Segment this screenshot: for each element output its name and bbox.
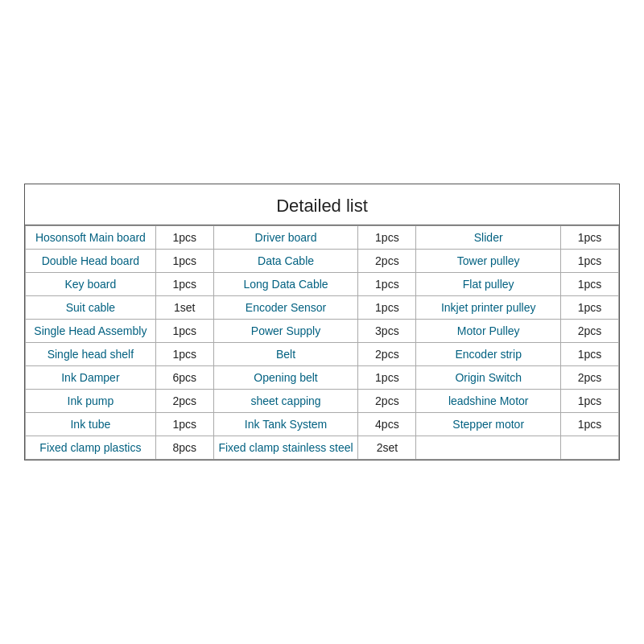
row-qty-1-8: 1pcs — [155, 413, 213, 436]
row-qty-3-1: 1pcs — [561, 250, 619, 273]
row-qty-2-2: 1pcs — [358, 273, 416, 296]
row-qty-2-5: 2pcs — [358, 343, 416, 366]
row-item-name-1-7: Ink pump — [26, 390, 156, 413]
row-item-name-1-2: Key board — [26, 273, 156, 296]
row-qty-3-2: 1pcs — [561, 273, 619, 296]
row-item-name-1-4: Single Head Assembly — [26, 320, 156, 343]
row-item-name-3-0: Slider — [416, 226, 561, 250]
row-qty-2-7: 2pcs — [358, 390, 416, 413]
row-item-name-3-2: Flat pulley — [416, 273, 561, 296]
row-item-name-2-0: Driver board — [213, 226, 358, 250]
row-qty-1-1: 1pcs — [155, 250, 213, 273]
row-qty-3-6: 2pcs — [561, 366, 619, 390]
row-qty-3-0: 1pcs — [561, 226, 619, 250]
row-qty-1-6: 6pcs — [155, 366, 213, 390]
row-item-name-3-3: Inkjet printer pulley — [416, 296, 561, 320]
row-item-name-3-7: leadshine Motor — [416, 390, 561, 413]
row-item-name-2-8: Ink Tank System — [213, 413, 358, 436]
row-item-name-1-6: Ink Damper — [26, 366, 156, 390]
row-item-name-1-9: Fixed clamp plastics — [26, 436, 156, 460]
row-qty-1-2: 1pcs — [155, 273, 213, 296]
row-item-name-1-0: Hosonsoft Main board — [26, 226, 156, 250]
row-qty-2-6: 1pcs — [358, 366, 416, 390]
row-item-name-2-4: Power Supply — [213, 320, 358, 343]
row-item-name-3-1: Tower pulley — [416, 250, 561, 273]
row-item-name-1-8: Ink tube — [26, 413, 156, 436]
row-qty-2-9: 2set — [358, 436, 416, 460]
row-qty-1-4: 1pcs — [155, 320, 213, 343]
row-item-name-2-6: Opening belt — [213, 366, 358, 390]
row-item-name-2-3: Encoder Sensor — [213, 296, 358, 320]
row-qty-1-0: 1pcs — [155, 226, 213, 250]
row-qty-3-5: 1pcs — [561, 343, 619, 366]
row-item-name-3-8: Stepper motor — [416, 413, 561, 436]
row-qty-3-4: 2pcs — [561, 320, 619, 343]
row-qty-2-3: 1pcs — [358, 296, 416, 320]
row-item-name-3-9 — [416, 436, 561, 460]
row-item-name-2-1: Data Cable — [213, 250, 358, 273]
row-qty-2-4: 3pcs — [358, 320, 416, 343]
table-title: Detailed list — [25, 184, 619, 225]
row-qty-2-1: 2pcs — [358, 250, 416, 273]
row-item-name-3-5: Encoder strip — [416, 343, 561, 366]
row-item-name-2-5: Belt — [213, 343, 358, 366]
row-item-name-1-1: Double Head board — [26, 250, 156, 273]
row-qty-3-7: 1pcs — [561, 390, 619, 413]
row-qty-3-3: 1pcs — [561, 296, 619, 320]
row-qty-2-0: 1pcs — [358, 226, 416, 250]
row-qty-1-5: 1pcs — [155, 343, 213, 366]
row-qty-1-9: 8pcs — [155, 436, 213, 460]
row-item-name-2-2: Long Data Cable — [213, 273, 358, 296]
details-table: Hosonsoft Main board1pcsDriver board1pcs… — [25, 225, 619, 460]
row-item-name-1-5: Single head shelf — [26, 343, 156, 366]
row-item-name-2-7: sheet capping — [213, 390, 358, 413]
main-container: Detailed list Hosonsoft Main board1pcsDr… — [24, 184, 620, 460]
row-qty-1-3: 1set — [155, 296, 213, 320]
row-item-name-3-4: Motor Pulley — [416, 320, 561, 343]
row-item-name-3-6: Origin Switch — [416, 366, 561, 390]
row-qty-1-7: 2pcs — [155, 390, 213, 413]
row-item-name-2-9: Fixed clamp stainless steel — [213, 436, 358, 460]
row-qty-2-8: 4pcs — [358, 413, 416, 436]
row-qty-3-9 — [561, 436, 619, 460]
row-qty-3-8: 1pcs — [561, 413, 619, 436]
row-item-name-1-3: Suit cable — [26, 296, 156, 320]
